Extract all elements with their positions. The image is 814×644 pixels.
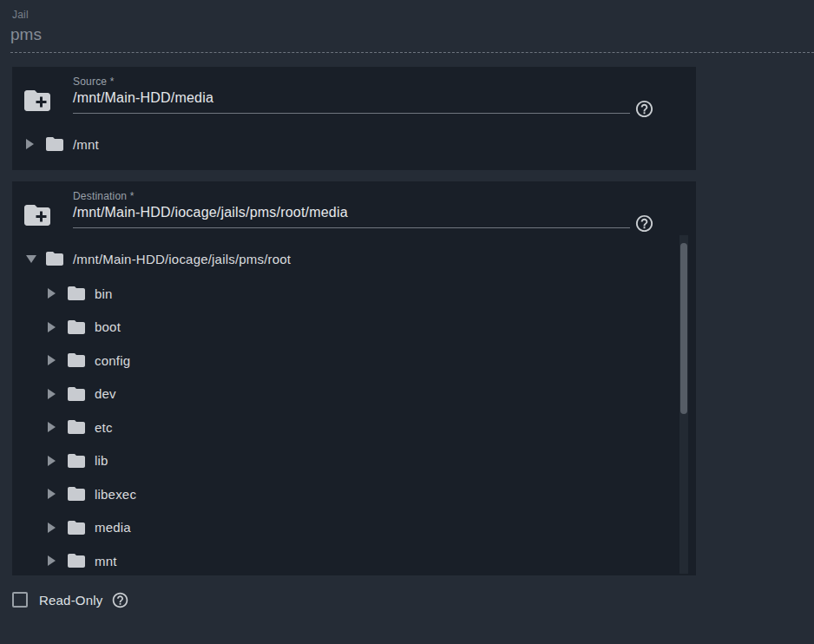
destination-tree-root-row[interactable]: /mnt/Main-HDD/iocage/jails/pms/root [12, 240, 696, 277]
folder-icon [66, 450, 87, 471]
tree-row-config[interactable]: config [12, 344, 696, 378]
tree-scrollbar-track[interactable] [679, 235, 688, 574]
destination-tree: /mnt/Main-HDD/iocage/jails/pms/root bin … [12, 240, 696, 578]
expand-toggle-icon[interactable] [48, 489, 59, 499]
help-icon [634, 223, 654, 236]
source-tree-row-mnt[interactable]: /mnt [12, 126, 696, 162]
jail-field-value: pms [10, 25, 814, 53]
tree-row-etc[interactable]: etc [12, 411, 696, 444]
tree-row-boot[interactable]: boot [12, 311, 696, 345]
read-only-label[interactable]: Read-Only [39, 593, 103, 608]
create-new-folder-icon [22, 85, 53, 119]
folder-icon [66, 350, 87, 371]
tree-row-libexec[interactable]: libexec [12, 477, 696, 511]
source-tree: /mnt [12, 126, 696, 162]
folder-icon [44, 248, 65, 269]
jail-field-label: Jail [10, 9, 814, 21]
tree-row-bin[interactable]: bin [12, 277, 696, 311]
read-only-checkbox[interactable] [12, 592, 28, 608]
collapse-toggle-icon[interactable] [26, 255, 37, 263]
tree-node-label: boot [95, 319, 121, 334]
folder-icon [66, 517, 87, 538]
folder-icon [66, 317, 87, 338]
folder-icon [44, 134, 65, 154]
tree-node-label: etc [95, 420, 113, 435]
source-panel: Source * /mnt/Main-HDD/media /mnt [12, 67, 696, 170]
destination-panel: Destination * /mnt/Main-HDD/iocage/jails… [12, 181, 696, 575]
expand-toggle-icon[interactable] [48, 355, 59, 365]
expand-toggle-icon[interactable] [48, 422, 59, 432]
tree-node-label: mnt [95, 554, 117, 568]
folder-icon [66, 283, 87, 304]
read-only-help-button[interactable] [111, 591, 129, 609]
folder-icon [66, 483, 87, 504]
mount-point-form: Jail pms Source * /mnt/Main-HDD/media /m… [0, 0, 814, 644]
tree-node-label: media [95, 520, 131, 535]
destination-path-input[interactable]: /mnt/Main-HDD/iocage/jails/pms/root/medi… [73, 205, 630, 228]
read-only-row: Read-Only [12, 590, 129, 609]
tree-node-label: dev [95, 386, 116, 401]
tree-node-label: libexec [95, 487, 136, 502]
source-add-folder-button[interactable] [21, 85, 54, 118]
tree-node-label: /mnt/Main-HDD/iocage/jails/pms/root [73, 252, 291, 266]
folder-icon [66, 384, 87, 404]
create-new-folder-icon [22, 200, 53, 233]
expand-toggle-icon[interactable] [48, 322, 59, 332]
destination-field-label: Destination * [73, 190, 135, 202]
jail-field: Jail pms [10, 9, 814, 53]
folder-icon [66, 550, 87, 571]
tree-row-dev[interactable]: dev [12, 378, 696, 411]
tree-scrollbar-thumb[interactable] [680, 243, 687, 414]
expand-toggle-icon[interactable] [48, 555, 59, 566]
destination-add-folder-button[interactable] [21, 200, 54, 233]
tree-node-label: lib [95, 453, 108, 468]
expand-toggle-icon[interactable] [48, 522, 59, 533]
expand-toggle-icon[interactable] [48, 288, 59, 299]
tree-node-label: bin [95, 286, 113, 301]
expand-toggle-icon[interactable] [48, 389, 59, 399]
expand-toggle-icon[interactable] [48, 456, 59, 466]
source-field-label: Source * [73, 76, 115, 88]
tree-row-lib[interactable]: lib [12, 444, 696, 478]
source-path-input[interactable]: /mnt/Main-HDD/media [73, 90, 630, 114]
expand-toggle-icon[interactable] [26, 139, 37, 149]
tree-row-media[interactable]: media [12, 511, 696, 545]
source-help-button[interactable] [634, 99, 654, 119]
help-icon [111, 599, 129, 612]
folder-icon [66, 417, 87, 437]
tree-row-mnt[interactable]: mnt [12, 544, 696, 578]
tree-node-label: /mnt [73, 137, 99, 152]
tree-node-label: config [95, 353, 130, 368]
help-icon [634, 108, 654, 122]
destination-help-button[interactable] [634, 214, 654, 233]
